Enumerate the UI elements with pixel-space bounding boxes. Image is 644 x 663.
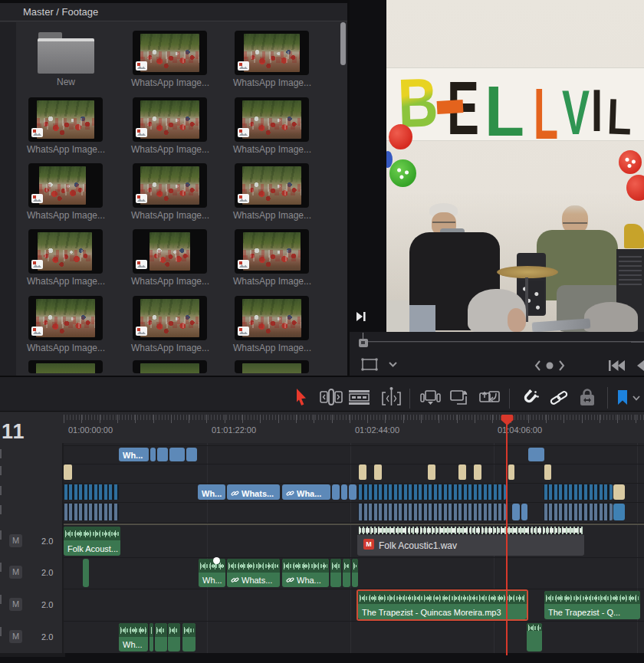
svg-text:L: L: [485, 72, 524, 150]
svg-text:L: L: [534, 73, 558, 153]
svg-text:I: I: [591, 77, 603, 143]
svg-text:V: V: [562, 77, 590, 147]
svg-text:L: L: [606, 87, 633, 145]
